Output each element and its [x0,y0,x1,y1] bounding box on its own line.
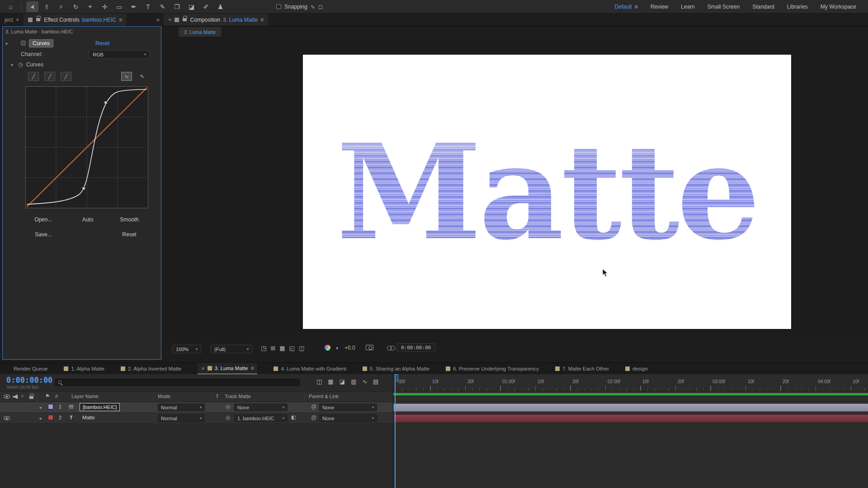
parent-dropdown[interactable]: None▾ [319,414,377,422]
snap-mask-icon[interactable]: ◻ [318,4,323,10]
time-ruler[interactable]: :00f 10f 20f 01:00f 10f 20f 02:00f 10f 2… [393,374,868,391]
workspace-default[interactable]: Default≡ [615,4,638,10]
hand-tool[interactable]: ✌ [41,1,53,12]
search-input[interactable] [65,380,297,385]
rotate-tool[interactable]: ↻ [70,1,82,12]
tab-matte-each-other[interactable]: 7. Matte Each Other [555,363,609,374]
zoom-tool[interactable]: ⌕ [55,1,67,12]
expand-layer-icon[interactable]: ▸ [40,405,42,410]
curve-tool-button[interactable]: ∿ [121,72,132,81]
curve-point-1[interactable] [82,187,85,190]
curve-preset-2-button[interactable]: ╱ [44,72,55,81]
guides-options-icon[interactable]: ◳ [261,345,266,352]
home-button[interactable]: ⌂ [5,1,17,12]
tab-alpha-inverted-matte[interactable]: 2. Alpha Inverted Matte [121,363,181,374]
layer-row-bamboo[interactable]: ▸ 1 ▤ [bamboo.HEIC] Normal▾ ◎ None▾ @ No… [0,402,393,413]
exposure-icon[interactable]: ◐ [336,345,339,351]
layer-duration-bar[interactable] [393,404,868,412]
close-icon[interactable]: × [16,16,19,23]
save-button[interactable]: Save... [24,231,62,238]
workspace-libraries[interactable]: Libraries [787,4,808,10]
chevrons-icon[interactable]: » [156,17,160,23]
puppet-tool[interactable]: ♟ [214,1,226,12]
panel-menu-icon[interactable]: ≡ [260,17,264,23]
panel-menu-icon[interactable]: ≡ [250,365,254,371]
pan-behind-tool[interactable]: ✛ [99,1,111,12]
camera-tool[interactable]: ⌖ [84,1,96,12]
effect-name-chip[interactable]: Curves [29,39,53,47]
exposure-value[interactable]: +0.0 [344,345,355,351]
stopwatch-icon[interactable]: ◷ [18,61,23,68]
roto-brush-tool[interactable]: ✐ [200,1,212,12]
collapse-effect-icon[interactable]: ▾ [5,41,8,46]
shape-tool[interactable]: ▭ [113,1,125,12]
audio-column-icon[interactable] [13,394,18,399]
viewer-tab-luma-matte[interactable]: 3. Luma Matte [179,27,221,37]
track-matte-icon[interactable]: ◎ [226,414,230,421]
type-tool[interactable]: T [142,1,154,12]
zoom-dropdown[interactable]: 100%▾ [172,345,201,353]
expand-layer-icon[interactable]: ▸ [40,416,42,421]
column-t[interactable]: T [216,394,219,399]
open-button[interactable]: Open... [24,216,62,223]
mask-visibility-icon[interactable]: ▦ [279,345,285,352]
track-matte-icon[interactable]: ◎ [226,404,230,410]
graph-editor-icon[interactable]: ▤ [373,378,378,385]
auto-button[interactable]: Auto [69,216,107,223]
column-layer-name[interactable]: Layer Name [71,394,99,399]
channel-dropdown[interactable]: RGB ▾ [89,50,150,59]
anchor-point-icon[interactable] [544,190,550,197]
smooth-button[interactable]: Smooth [110,216,148,223]
pen-tool[interactable]: ✒ [127,1,140,12]
pickwhip-icon[interactable]: @ [311,404,316,410]
solo-column-icon[interactable]: ○ [21,393,24,399]
snap-edge-icon[interactable]: ∿ [311,4,315,10]
frame-blending-icon[interactable]: ▥ [351,378,356,385]
tab-alpha-matte[interactable]: 1. Alpha Matte [64,363,104,374]
tab-project-partial[interactable]: ject × [0,14,24,26]
show-snapshot-icon[interactable] [387,345,395,350]
mini-flowchart-icon[interactable]: ◫ [316,378,322,385]
column-track-matte[interactable]: Track Matte [225,394,251,399]
close-icon[interactable]: × [201,365,205,372]
column-number[interactable]: # [55,394,58,399]
shy-layers-icon[interactable]: ◪ [340,378,345,385]
workspace-standard[interactable]: Standard [752,4,774,10]
luma-matte-toggle-icon[interactable]: ◧ [291,414,296,420]
pencil-tool-button[interactable]: ✎ [137,72,147,81]
tab-luma-matte[interactable]: × 3. Luma Matte ≡ [198,363,257,374]
eye-icon[interactable] [4,416,10,420]
workspace-learn[interactable]: Learn [681,4,695,10]
close-icon[interactable]: × [168,16,172,23]
effect-reset-link[interactable]: Reset [95,40,109,47]
lock-icon[interactable] [183,18,187,21]
tab-luma-matte-gradient[interactable]: 4. Luma Matte with Gradient [274,363,346,374]
curves-graph[interactable] [25,86,148,208]
workspace-review[interactable]: Review [651,4,668,10]
parent-dropdown[interactable]: None▾ [319,404,377,411]
color-management-icon[interactable] [325,345,330,351]
blend-mode-dropdown[interactable]: Normal▾ [158,404,205,411]
tab-render-queue[interactable]: Render Queue [14,363,47,374]
workspace-small-screen[interactable]: Small Screen [708,4,740,10]
brush-tool[interactable]: ✎ [156,1,169,12]
motion-blur-icon[interactable]: ∿ [362,378,367,385]
clone-stamp-tool[interactable]: ❐ [171,1,183,12]
layer-row-matte[interactable]: ▸ 2 T Matte Normal▾ ◎ 1. bamboo.HEIC▾ ◧ … [0,413,393,424]
layer-label-color[interactable] [48,404,53,409]
tab-preserve-transparency[interactable]: 6. Preserve Underlying Transparency [446,363,539,374]
tab-composition[interactable]: × Composition 3. Luma Matte ≡ [164,14,268,26]
eye-column-icon[interactable] [4,394,10,399]
column-mode[interactable]: Mode [158,394,170,399]
layer-label-color[interactable] [48,415,53,420]
tab-design[interactable]: design [625,363,648,374]
collapse-group-icon[interactable]: ▾ [11,62,13,67]
column-parent-link[interactable]: Parent & Link [309,394,339,399]
snapping-checkbox[interactable] [276,4,281,9]
blend-mode-dropdown[interactable]: Normal▾ [158,414,205,422]
current-timecode[interactable]: 0:00:00:00 [6,375,52,385]
grid-options-icon[interactable]: ⊞ [270,345,275,352]
resolution-dropdown[interactable]: (Full)▾ [211,345,252,353]
track-matte-dropdown[interactable]: 1. bamboo.HEIC▾ [234,414,288,422]
pickwhip-icon[interactable]: @ [311,414,316,421]
